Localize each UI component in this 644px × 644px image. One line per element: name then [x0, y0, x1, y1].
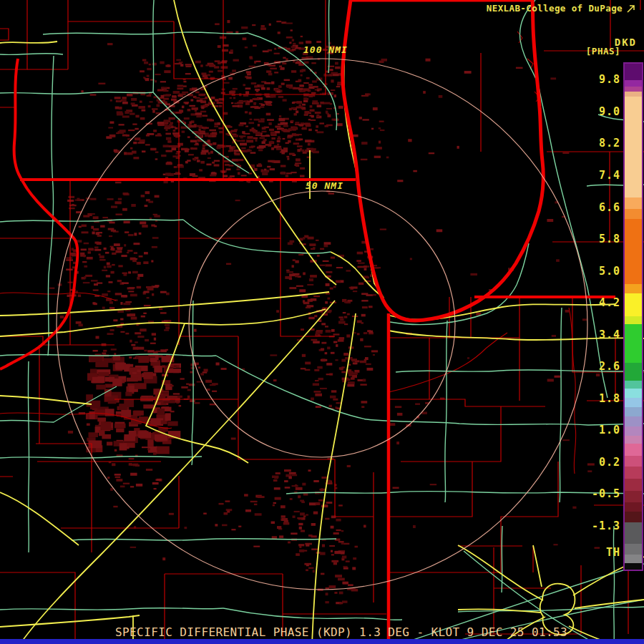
radar-echo-layer-segment — [142, 447, 148, 448]
radar-echo-layer-segment — [154, 225, 157, 227]
radar-echo-layer-segment — [185, 64, 192, 65]
radar-echo-layer-segment — [326, 125, 333, 127]
scale-value-label: 9.8 — [599, 73, 620, 86]
radar-echo-layer-segment — [68, 431, 73, 434]
radar-echo-layer-segment — [121, 255, 127, 257]
radar-echo-layer-segment — [341, 552, 345, 555]
radar-echo-layer-segment — [306, 77, 310, 79]
radar-echo-layer-segment — [333, 562, 337, 565]
radar-echo-layer-segment — [147, 448, 150, 450]
radar-echo-layer-segment — [235, 200, 240, 201]
radar-echo-layer-segment — [280, 505, 286, 508]
radar-echo-layer-segment — [183, 81, 186, 83]
radar-echo-layer-segment — [101, 421, 111, 429]
radar-echo-layer-segment — [261, 170, 264, 172]
radar-echo-layer-segment — [266, 70, 271, 72]
radar-echo-layer-segment — [325, 301, 328, 303]
radar-echo-layer-segment — [109, 281, 113, 283]
radar-echo-layer-segment — [135, 258, 138, 260]
header-title-box: NEXLAB-College of DuPage — [487, 3, 635, 14]
radar-echo-layer-segment — [457, 146, 459, 149]
radar-echo-layer-segment — [200, 373, 204, 375]
radar-echo-layer-segment — [173, 371, 180, 373]
colorbar-segment — [625, 87, 642, 92]
radar-echo-layer-segment — [316, 406, 321, 408]
radar-echo-layer-segment — [166, 150, 172, 152]
radar-echo-layer-segment — [209, 130, 216, 132]
radar-echo-layer-segment — [345, 357, 351, 359]
radar-echo-layer-segment — [301, 368, 306, 369]
radar-echo-layer-segment — [131, 98, 137, 101]
radar-echo-layer-segment — [325, 326, 328, 327]
radar-echo-layer-segment — [130, 113, 135, 115]
radar-echo-layer-segment — [260, 28, 266, 30]
radar-echo-layer-segment — [470, 273, 477, 275]
radar-echo-layer-segment — [292, 265, 294, 268]
radar-echo-layer-segment — [120, 318, 123, 321]
radar-echo-layer-segment — [150, 148, 156, 151]
radar-echo-layer-segment — [315, 380, 319, 381]
radar-echo-layer-segment — [219, 503, 224, 505]
radar-echo-layer-segment — [331, 560, 338, 562]
radar-echo-layer-segment — [170, 122, 173, 124]
radar-echo-layer-segment — [324, 242, 331, 245]
radar-echo-layer-segment — [151, 260, 153, 263]
radar-echo-layer-segment — [311, 398, 314, 401]
radar-echo-layer-segment — [92, 232, 95, 235]
radar-echo-layer-segment — [285, 487, 291, 489]
radar-echo-layer-segment — [284, 469, 291, 472]
radar-echo-layer-segment — [152, 108, 158, 109]
radar-echo-layer-segment — [343, 567, 348, 570]
radar-echo-layer-segment — [128, 291, 134, 292]
radar-echo-layer-segment — [92, 213, 95, 215]
radar-echo-layer-segment — [331, 352, 335, 354]
radar-echo-layer-segment — [93, 216, 99, 219]
radar-echo-layer-segment — [274, 72, 278, 73]
radar-echo-layer-segment — [286, 271, 293, 273]
radar-echo-layer-segment — [194, 402, 200, 404]
radar-echo-layer-segment — [88, 248, 94, 251]
radar-echo-layer-segment — [313, 383, 319, 386]
radar-echo-layer-segment — [336, 123, 342, 126]
radar-echo-layer-segment — [328, 192, 334, 195]
radar-echo-layer-segment — [148, 105, 151, 107]
radar-echo-layer-segment — [271, 82, 274, 84]
radar-echo-layer-segment — [329, 545, 335, 547]
radar-echo-layer-segment — [262, 127, 266, 130]
radar-echo-layer-segment — [516, 67, 523, 69]
radar-echo-layer-segment — [277, 138, 281, 140]
radar-echo-layer-segment — [299, 550, 304, 552]
radar-echo-layer-segment — [124, 244, 126, 246]
radar-map-canvas[interactable] — [0, 0, 644, 644]
radar-echo-layer-segment — [311, 62, 316, 64]
radar-echo-layer-segment — [364, 332, 368, 334]
radar-echo-layer-segment — [112, 264, 115, 266]
radar-echo-layer-segment — [547, 219, 553, 222]
radar-echo-layer-segment — [309, 278, 313, 281]
radar-echo-layer-segment — [415, 403, 420, 405]
radar-echo-layer-segment — [289, 153, 295, 155]
radar-echo-layer-segment — [209, 64, 214, 67]
radar-echo-layer-segment — [361, 401, 368, 404]
radar-echo-layer-segment — [140, 221, 146, 224]
radar-echo-layer-segment — [245, 111, 248, 113]
colorbar-segment — [625, 284, 642, 293]
radar-echo-layer-segment — [155, 351, 161, 352]
radar-echo-layer-segment — [109, 307, 114, 309]
radar-echo-layer-segment — [157, 409, 165, 414]
radar-echo-layer-segment — [148, 201, 153, 203]
radar-echo-layer-segment — [104, 266, 106, 269]
radar-echo-layer-segment — [306, 514, 308, 516]
radar-echo-layer-segment — [102, 434, 111, 439]
radar-echo-layer-segment — [293, 87, 300, 89]
minor-road-lines-segment — [0, 457, 202, 459]
radar-echo-layer-segment — [315, 112, 321, 114]
radar-echo-layer-segment — [135, 137, 140, 140]
radar-echo-layer-segment — [107, 263, 110, 265]
radar-echo-layer-segment — [306, 41, 311, 44]
minor-road-lines-segment — [48, 275, 49, 356]
radar-echo-layer-segment — [119, 107, 122, 109]
county-lines-segment — [0, 462, 179, 528]
scale-value-label: 1.8 — [599, 392, 620, 405]
radar-echo-layer-segment — [153, 453, 157, 455]
